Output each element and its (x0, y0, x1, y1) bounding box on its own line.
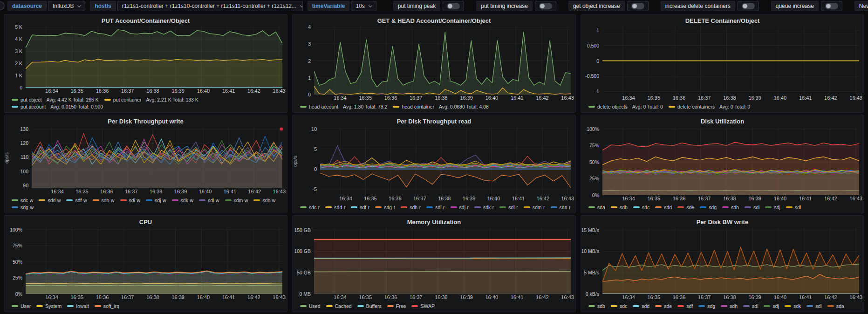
tick-label: 16:38 (435, 95, 448, 101)
legend-item-sdg[interactable]: sdg (700, 205, 717, 210)
toggle-switch-increase-delete-containers[interactable] (738, 1, 759, 11)
chart-area[interactable] (320, 128, 571, 195)
legend-item-sdl[interactable]: sdl (786, 205, 801, 210)
legend-item-put-object[interactable]: put objectAvg: 4.42 K Total: 265 K (12, 97, 99, 102)
legend-item-put-container[interactable]: put containerAvg: 2.21 K Total: 133 K (104, 97, 198, 102)
legend-item-sdi[interactable]: sdi (745, 205, 759, 210)
tick-label: 16:39 (748, 196, 761, 201)
legend-item-sdf[interactable]: sdf (677, 303, 693, 309)
legend-item-sdi-r[interactable]: sdi-r (426, 205, 444, 210)
legend-item-sdl-w[interactable]: sdl-w (199, 198, 219, 203)
legend-item-put-account[interactable]: put accountAvg: 0.0150 Total: 0.900 (12, 104, 103, 109)
legend-item-sdn-r[interactable]: sdn-r (551, 205, 571, 210)
legend-item-used[interactable]: Used (300, 303, 321, 309)
legend-item-sdh[interactable]: sdh (722, 205, 739, 210)
legend-item-sdd[interactable]: sdd (633, 303, 649, 309)
legend-item-sdc[interactable]: sdc (611, 303, 627, 309)
chart-area[interactable] (602, 27, 859, 95)
chart-area[interactable] (314, 27, 571, 95)
legend-item-system[interactable]: System (36, 303, 62, 309)
legend-item-head-account[interactable]: head accountAvg: 1.30 Total: 78.2 (300, 104, 387, 109)
legend-item-sdk-w[interactable]: sdk-w (172, 198, 193, 203)
chart-area[interactable] (32, 128, 282, 188)
legend-item-sda[interactable]: sda (588, 205, 605, 210)
series-color-swatch (827, 305, 834, 307)
legend-item-sdh[interactable]: sdh (721, 303, 738, 309)
legend-item-soft-irq[interactable]: soft_irq (95, 303, 119, 309)
legend-item-buffers[interactable]: Buffers (357, 303, 382, 309)
toggle-switch-queue-increase[interactable] (821, 1, 842, 11)
legend-item-sdd-w[interactable]: sdd-w (39, 198, 61, 203)
legend-item-sde[interactable]: sde (655, 303, 672, 309)
variable-select-datasource[interactable]: InfluxDB (48, 1, 85, 11)
legend-item-sda[interactable]: sda (827, 303, 844, 309)
legend-item-sdk-r[interactable]: sdk-r (474, 205, 494, 210)
legend-item-sdh-w[interactable]: sdh-w (93, 198, 115, 203)
series-color-swatch (104, 99, 111, 101)
chart-area[interactable] (26, 228, 282, 294)
variable-select-timevariable[interactable]: 10s (351, 1, 376, 11)
legend-item-swap[interactable]: SWAP (411, 303, 435, 309)
panel-title[interactable]: PUT Account/Container/Object (4, 14, 287, 25)
toggle-switch-put-timing-increase[interactable] (535, 1, 556, 11)
panel-title[interactable]: GET & HEAD Account/Container/Object (293, 14, 575, 25)
toggle-switch-get-object-increase[interactable] (627, 1, 649, 11)
panel-title[interactable]: Per Disk BW write (581, 216, 864, 226)
series-color-swatch (39, 199, 45, 201)
legend-item-user[interactable]: User (12, 303, 31, 309)
series-color-swatch (745, 206, 751, 208)
legend-item-sdk[interactable]: sdk (785, 303, 801, 309)
toggle-switch-put-timing-peak[interactable] (443, 1, 464, 11)
legend-item-sdl-r[interactable]: sdl-r (499, 205, 518, 210)
y-axis-ticks: 13012011010090 (10, 128, 32, 188)
legend-item-sdj[interactable]: sdj (765, 205, 780, 210)
tick-label: 16:34 (45, 294, 58, 300)
grafana-logo[interactable] (0, 1, 5, 10)
legend-item-iowait[interactable]: Iowait (67, 303, 89, 309)
legend-item-sdf-r[interactable]: sdf-r (351, 205, 369, 210)
legend-item-sdj-r[interactable]: sdj-r (451, 205, 469, 210)
tick-label: 0 kB/s (586, 291, 599, 297)
legend-item-sdl[interactable]: sdl (806, 303, 821, 309)
chart-area[interactable] (602, 128, 859, 195)
panel-title[interactable]: DELETE Container/Object (581, 14, 864, 25)
panel-title[interactable]: CPU (4, 216, 287, 226)
legend-item-sdi-w[interactable]: sdi-w (120, 198, 141, 203)
chart-area[interactable] (602, 228, 859, 294)
legend-item-sdb[interactable]: sdb (588, 303, 605, 309)
legend-item-sdg[interactable]: sdg (698, 303, 715, 309)
legend-item-head-container[interactable]: head containerAvg: 0.0680 Total: 4.08 (393, 104, 489, 109)
legend-item-sdf-w[interactable]: sdf-w (66, 198, 87, 203)
legend-item-sdh-r[interactable]: sdh-r (401, 205, 421, 210)
legend-item-sdc[interactable]: sdc (633, 205, 649, 210)
legend-item-sdm-w[interactable]: sdm-w (225, 198, 248, 203)
panel-title[interactable]: Memory Utilization (293, 216, 575, 226)
legend-item-sdm-r[interactable]: sdm-r (524, 205, 545, 210)
panel-title[interactable]: Per Disk Throughput read (293, 115, 575, 126)
legend-item-sdb[interactable]: sdb (611, 205, 628, 210)
x-axis-ticks: 16:3416:3516:3616:3716:3816:3916:4016:41… (326, 196, 571, 203)
panel-title[interactable]: Disk Utilization (581, 115, 864, 126)
legend-item-sdi[interactable]: sdi (743, 303, 758, 309)
legend-item-delete-containers[interactable]: delete containersAvg: 0 Total: 0 (669, 104, 750, 109)
legend-item-sdd[interactable]: sdd (655, 205, 672, 210)
chart-area[interactable] (314, 228, 571, 294)
legend-item-free[interactable]: Free (387, 303, 406, 309)
legend-item-cached[interactable]: Cached (326, 303, 352, 309)
legend-item-sdj[interactable]: sdj (764, 303, 779, 309)
tick-label: 16:40 (197, 294, 210, 300)
chart-area[interactable] (26, 27, 282, 88)
legend-item-sdc-w[interactable]: sdc-w (12, 198, 33, 203)
legend-item-sdd-r[interactable]: sdd-r (325, 205, 345, 210)
series-color-swatch (300, 106, 307, 108)
legend-series-stats: Avg: 0 Total: 0 (719, 104, 750, 109)
legend-item-sdc-r[interactable]: sdc-r (300, 205, 320, 210)
legend-item-sdg-w[interactable]: sdg-w (12, 205, 34, 210)
legend-item-delete-objects[interactable]: delete objectsAvg: 0 Total: 0 (588, 104, 663, 109)
legend-item-sdg-r[interactable]: sdg-r (375, 205, 395, 210)
panel-title[interactable]: Per Disk Throughput write (4, 115, 287, 126)
variable-select-hostls[interactable]: r1z1s1-controller + r1z1s10-controller +… (117, 1, 303, 11)
legend-item-sdn-w[interactable]: sdn-w (253, 198, 275, 203)
legend-item-sde[interactable]: sde (677, 205, 694, 210)
legend-item-sdj-w[interactable]: sdj-w (146, 198, 166, 203)
